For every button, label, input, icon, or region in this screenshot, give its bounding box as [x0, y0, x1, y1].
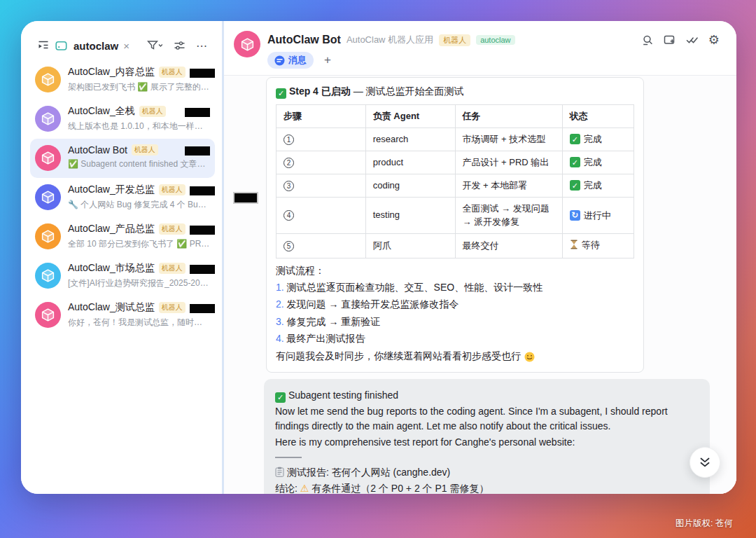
check-icon: ✓ [570, 180, 580, 191]
collapse-list-icon[interactable] [38, 40, 49, 51]
avatar [35, 67, 61, 92]
conversation-name: AutoClaw Bot [68, 144, 127, 156]
image-copyright: 图片版权: 苍何 [676, 518, 733, 530]
topic-tag-icon [55, 41, 67, 51]
add-window-icon[interactable] [664, 34, 676, 46]
close-icon[interactable]: × [123, 40, 130, 52]
task-cell: 市场调研 + 技术选型 [455, 127, 562, 151]
add-tab-button[interactable]: + [324, 53, 331, 67]
heading-bold: Step 4 已启动 [289, 85, 351, 97]
robot-badge: 机器人 [159, 67, 186, 78]
conversation-preview: 🔧 个人网站 Bug 修复完成 4 个 Bug 全... [68, 199, 210, 211]
cube-icon [41, 229, 55, 244]
text-segment: Here is my comprehensive test report for… [275, 436, 575, 448]
redacted-timestamp [190, 69, 215, 78]
robot-badge: 机器人 [139, 106, 166, 117]
status-label: 进行中 [584, 209, 611, 223]
task-cell: 最终交付 [455, 233, 562, 258]
conversation-list-item[interactable]: AutoClaw_全栈 机器人 线上版本也是 1.0.10，和本地一样，没有..… [30, 99, 215, 139]
double-chevron-down-icon [698, 455, 712, 469]
redacted-timestamp [190, 226, 215, 235]
robot-badge: 机器人 [159, 184, 186, 195]
table-header-cell: 步骤 [276, 105, 366, 128]
step-number: 5 [284, 241, 294, 251]
robot-badge: 机器人 [439, 34, 470, 46]
message-line: Here is my comprehensive test report for… [275, 435, 699, 450]
conversation-list-item[interactable]: AutoClaw_内容总监 机器人 架构图已发到飞书 ✅ 展示了完整的 Age.… [30, 60, 215, 99]
scroll-to-bottom-button[interactable] [690, 447, 720, 478]
conversation-name: AutoClaw_内容总监 [68, 66, 155, 78]
settings-gear-icon[interactable]: ⚙ [708, 34, 720, 46]
text-segment: 有条件通过（2 个 P0 + 2 个 P1 需修复） [309, 483, 489, 494]
search-icon[interactable] [642, 34, 654, 46]
message2-body: ✓ Subagent testing finishedNow let me se… [275, 388, 699, 494]
progress-icon: ↻ [570, 210, 580, 221]
step-cell: 3 [276, 174, 366, 197]
table-row: 5阿爪最终交付等待 [276, 233, 634, 258]
more-options-icon[interactable]: ⋯ [196, 39, 208, 53]
check-icon: ✓ [275, 392, 286, 403]
adjust-filters-icon[interactable] [174, 40, 186, 51]
text-segment: Subagent testing finished [286, 389, 398, 401]
conversation-list-item[interactable]: AutoClaw_开发总监 机器人 🔧 个人网站 Bug 修复完成 4 个 Bu… [30, 178, 215, 217]
step-number: 4 [284, 210, 294, 221]
conversation-list-item[interactable]: AutoClaw_产品总监 机器人 全部 10 部分已发到你飞书了 ✅ PRD … [30, 217, 215, 256]
tab-messages[interactable]: 消息 [267, 52, 314, 69]
status-cell: 等待 [562, 233, 634, 258]
cube-icon [41, 268, 55, 283]
chat-header: AutoClaw Bot AutoClaw 机器人应用 机器人 autoclaw [224, 21, 736, 76]
footer-text: 有问题我会及时同步，你继续逛着网站看看初步感受也行 [276, 350, 521, 363]
step-number: 3 [284, 181, 294, 191]
text-segment: Now let me send the bug reports to the c… [275, 406, 668, 432]
cube-icon [240, 37, 255, 52]
conversation-name: AutoClaw_市场总监 [68, 262, 155, 275]
conversation-preview: 你好，苍何！我是测试总监，随时准备接... [68, 317, 210, 329]
avatar [35, 184, 61, 210]
redacted-timestamp [185, 146, 210, 156]
conversation-list-item[interactable]: AutoClaw_市场总监 机器人 [文件]AI行业趋势研究报告_2025-20… [30, 256, 215, 296]
status-cell: ↻进行中 [562, 197, 634, 233]
robot-badge: 机器人 [159, 302, 186, 313]
conversation-name: AutoClaw_产品总监 [68, 223, 155, 235]
redacted-timestamp [185, 108, 210, 117]
cube-icon [41, 308, 55, 322]
conversation-list-item[interactable]: AutoClaw Bot 机器人 ✅ Subagent content fini… [30, 139, 215, 178]
message-line: Now let me send the bug reports to the c… [275, 404, 699, 434]
agent-cell: research [365, 127, 455, 151]
flow-step: 测试总监逐页面检查功能、交互、SEO、性能、设计一致性 [276, 280, 634, 294]
steps-table: 步骤负责 Agent任务状态 1research市场调研 + 技术选型✓完成2p… [276, 104, 634, 258]
sidebar: autoclaw × ⋯ [21, 21, 224, 494]
agent-cell: 阿爪 [365, 233, 455, 258]
conversation-list-item[interactable]: AutoClaw_测试总监 机器人 你好，苍何！我是测试总监，随时准备接... [30, 296, 215, 335]
tab-label: 消息 [288, 54, 307, 67]
agent-cell: coding [365, 174, 455, 197]
status-cell: ✓完成 [562, 174, 634, 197]
message-area[interactable]: ✓ Step 4 已启动 — 测试总监开始全面测试 步骤负责 Agent任务状态… [224, 76, 736, 494]
message-line: 测试报告: 苍何个人网站 (canghe.dev) [275, 465, 699, 480]
warning-icon: ⚠ [300, 483, 309, 494]
message-bubble-report: ✓ Subagent testing finishedNow let me se… [264, 379, 710, 494]
task-cell: 产品设计 + PRD 输出 [455, 151, 562, 174]
status-cell: ✓完成 [562, 151, 634, 174]
conversation-name: AutoClaw_开发总监 [68, 184, 155, 196]
flow-step: 最终产出测试报告 [276, 331, 634, 345]
agent-cell: product [365, 151, 455, 174]
desktop-background: { "sidebar": { "header": { "title": "aut… [0, 0, 756, 538]
filter-icon[interactable] [147, 40, 163, 51]
step-cell: 4 [276, 197, 366, 233]
conversation-preview: 线上版本也是 1.0.10，和本地一样，没有... [68, 120, 210, 132]
chat-avatar [234, 31, 260, 57]
status-label: 完成 [584, 179, 602, 193]
message-line: 结论: ⚠ 有条件通过（2 个 P0 + 2 个 P1 需修复） [275, 481, 699, 494]
robot-badge: 机器人 [159, 223, 186, 235]
cube-icon [41, 151, 55, 165]
double-check-icon[interactable] [686, 35, 699, 45]
conversation-name: AutoClaw_测试总监 [68, 301, 155, 314]
step-cell: 5 [276, 233, 366, 258]
cube-icon [41, 72, 55, 87]
table-header-cell: 状态 [562, 105, 634, 128]
card-footer: 有问题我会及时同步，你继续逛着网站看看初步感受也行 [276, 350, 634, 363]
conversation-preview: 全部 10 部分已发到你飞书了 ✅ PRD 太... [68, 238, 210, 250]
conversation-preview: 架构图已发到飞书 ✅ 展示了完整的 Age... [68, 81, 210, 93]
chat-title: AutoClaw Bot [267, 34, 341, 46]
